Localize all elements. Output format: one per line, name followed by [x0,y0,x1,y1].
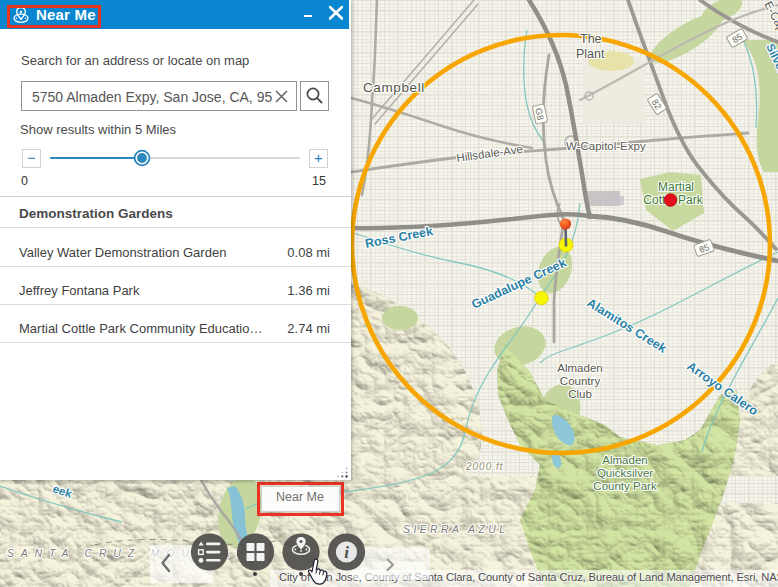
svg-text:Almaden: Almaden [557,362,602,374]
svg-text:The: The [580,32,602,46]
svg-text:Quicksilver: Quicksilver [597,467,653,479]
svg-text:Campbell: Campbell [363,80,425,95]
svg-text:Martial: Martial [658,180,694,194]
svg-text:2000 ft: 2000 ft [465,461,504,472]
svg-text:SIERRA AZUL: SIERRA AZUL [403,523,508,535]
svg-text:County Park: County Park [593,480,657,492]
svg-text:W-Capitol-Expy: W-Capitol-Expy [566,140,646,152]
svg-text:Almaden: Almaden [602,454,647,466]
svg-text:Plant: Plant [576,47,605,61]
svg-text:i: i [344,543,349,562]
svg-text:Club: Club [568,388,592,400]
svg-text:Country: Country [560,375,601,387]
